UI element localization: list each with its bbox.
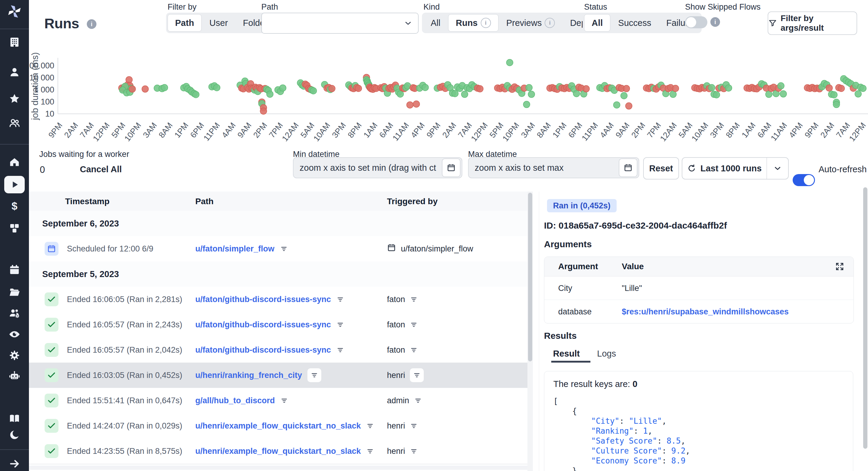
arrow-right-icon[interactable] [8, 458, 21, 470]
filter-button[interactable] [410, 368, 424, 382]
argument-name: database [558, 307, 592, 316]
calendar-button[interactable] [442, 159, 461, 177]
gear-icon[interactable] [8, 349, 21, 361]
windmill-logo[interactable] [7, 4, 22, 19]
table-row[interactable]: Ended 16:05:57 (Ran in 2,243s)u/faton/gi… [29, 312, 527, 338]
table-row[interactable]: Ended 16:03:05 (Ran in 0,452s)u/henri/ra… [29, 363, 527, 389]
users-gear-icon[interactable] [8, 307, 21, 319]
svg-text:10: 10 [45, 109, 54, 119]
success-check-icon [44, 419, 59, 433]
kind-previews[interactable]: Previewsi [499, 14, 562, 32]
status-all[interactable]: All [584, 14, 610, 32]
user-icon[interactable] [8, 66, 21, 78]
expand-icon[interactable] [835, 262, 844, 271]
filter-icon[interactable] [410, 422, 418, 430]
filter-by-path[interactable]: Path [167, 14, 202, 32]
filter-by-user[interactable]: User [202, 14, 235, 32]
result-intro: The result keys are: 0 [553, 379, 844, 389]
kind-all[interactable]: All [424, 14, 447, 32]
svg-text:11PM: 11PM [580, 121, 600, 142]
success-check-icon [44, 293, 59, 306]
status-success[interactable]: Success [611, 14, 658, 32]
auto-refresh-toggle[interactable] [793, 174, 815, 186]
filter-icon[interactable] [280, 397, 288, 404]
run-path-link[interactable]: u/henri/ranking_french_city [195, 371, 302, 380]
scheduled-icon [44, 242, 59, 256]
run-path-link[interactable]: u/faton/github-discord-issues-sync [195, 295, 331, 304]
svg-text:1PM: 1PM [551, 121, 568, 139]
table-row[interactable]: Ended 14:24:07 (Ran in 0,029s)u/henri/ex… [29, 413, 527, 439]
info-icon[interactable]: i [87, 19, 96, 29]
filter-icon[interactable] [336, 296, 344, 303]
table-row[interactable]: Ended 15:51:41 (Ran in 0,647s)g/all/hub_… [29, 388, 527, 414]
run-path-link[interactable]: u/henri/example_flow_quickstart_no_slack [195, 421, 361, 431]
min-datetime-input[interactable] [293, 163, 442, 173]
filter-icon[interactable] [410, 321, 418, 329]
calendar-button[interactable] [619, 159, 638, 177]
svg-text:10 000: 10 000 [29, 73, 54, 82]
argument-value[interactable]: $res:u/henri/supabase_windmillshowcases [622, 307, 789, 316]
star-icon[interactable] [8, 93, 21, 105]
table-row[interactable]: Ended 16:06:05 (Ran in 2,281s)u/faton/gi… [29, 287, 527, 312]
building-icon[interactable] [8, 36, 21, 48]
svg-text:3PM: 3PM [330, 121, 348, 139]
sidebar: $ [0, 0, 29, 471]
info-icon[interactable]: i [481, 18, 491, 28]
path-select[interactable] [261, 13, 418, 34]
cancel-all-button[interactable]: Cancel All [80, 164, 122, 174]
filter-icon[interactable] [410, 346, 418, 354]
filter-icon[interactable] [280, 245, 288, 253]
filter-icon[interactable] [336, 321, 344, 329]
runs-duration-chart[interactable]: job duration (ms)100 00010 0001 00010010… [29, 47, 868, 153]
home-icon[interactable] [8, 156, 21, 168]
filter-icon[interactable] [410, 447, 418, 455]
users-icon[interactable] [8, 117, 21, 129]
triggered-by: faton [387, 295, 405, 304]
kind-runs[interactable]: Runsi [448, 14, 498, 32]
filter-button[interactable] [307, 368, 321, 382]
info-icon[interactable]: i [545, 18, 555, 28]
moon-icon[interactable] [8, 429, 21, 441]
run-path-link[interactable]: g/all/hub_to_discord [195, 396, 275, 405]
filter-args-button[interactable]: Filter by args/result [768, 11, 857, 35]
table-scrollbar[interactable] [527, 192, 533, 471]
filter-icon[interactable] [336, 346, 344, 354]
filter-icon[interactable] [410, 296, 418, 303]
filter-icon[interactable] [414, 397, 422, 404]
table-row[interactable]: Ended 16:05:57 (Ran in 2,042s)u/faton/gi… [29, 337, 527, 363]
book-icon[interactable] [8, 412, 21, 425]
run-path-link[interactable]: u/faton/github-discord-issues-sync [195, 345, 331, 355]
filter-icon[interactable] [366, 422, 374, 430]
jobs-waiting-label: Jobs waiting for a worker [39, 150, 129, 159]
run-path-link[interactable]: u/faton/simpler_flow [195, 244, 275, 254]
cubes-icon[interactable] [8, 222, 21, 234]
skipped-flows-toggle[interactable] [685, 16, 707, 28]
dollar-icon[interactable]: $ [8, 200, 21, 212]
tab-logs[interactable]: Logs [597, 349, 616, 359]
eye-icon[interactable] [8, 328, 21, 340]
folder-icon[interactable] [8, 286, 21, 298]
table-row[interactable]: Ended 14:23:55 (Ran in 8,575s)u/henri/ex… [29, 438, 527, 464]
arguments-heading: Arguments [544, 239, 592, 249]
last-runs-dropdown[interactable] [767, 158, 788, 179]
robot-icon[interactable] [8, 370, 21, 382]
info-icon[interactable]: i [710, 17, 720, 27]
col-triggered-by: Triggered by [387, 197, 438, 206]
sidebar-item-runs[interactable] [4, 176, 25, 193]
reset-button[interactable]: Reset [643, 157, 679, 179]
filter-icon[interactable] [366, 447, 374, 455]
panel-scrollbar[interactable] [863, 187, 868, 471]
col-value: Value [622, 262, 644, 271]
max-datetime-input[interactable] [469, 163, 619, 173]
run-detail-panel: Ran in (0,452s) ID: 018a65a7-695d-ce32-2… [539, 192, 863, 471]
refresh-icon [687, 164, 696, 173]
table-row[interactable]: Scheduled for 12:00 6/9u/faton/simpler_f… [29, 236, 527, 262]
last-runs-button[interactable]: Last 1000 runs [682, 158, 767, 179]
skipped-flows-label: Show Skipped Flows [685, 2, 761, 12]
run-path-link[interactable]: u/henri/example_flow_quickstart_no_slack [195, 447, 361, 456]
svg-text:4PM: 4PM [409, 121, 427, 139]
triggered-by: faton [387, 320, 405, 330]
calendar-icon[interactable] [8, 264, 21, 276]
run-path-link[interactable]: u/faton/github-discord-issues-sync [195, 320, 331, 330]
tab-result[interactable]: Result [553, 349, 580, 359]
